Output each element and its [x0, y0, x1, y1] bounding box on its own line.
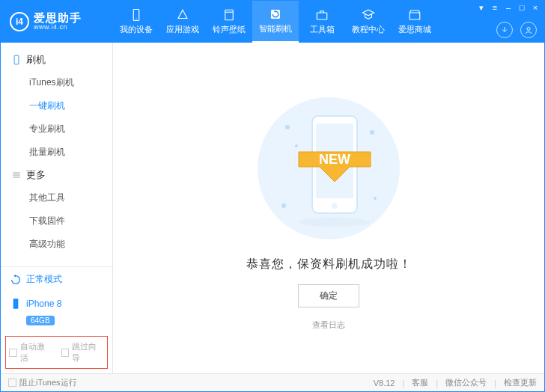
- brand: i4 爱思助手 www.i4.cn: [1, 12, 113, 31]
- footer-bar: 阻止iTunes运行 V8.12 | 客服 | 微信公众号 | 检查更新: [1, 373, 544, 391]
- menu-lines-icon: [11, 170, 22, 180]
- checkbox-label: 跳过向导: [72, 341, 104, 364]
- nav-my-device[interactable]: 我的设备: [113, 1, 159, 43]
- nav-flash[interactable]: 智能刷机: [252, 1, 299, 43]
- header-right-buttons: [496, 22, 537, 38]
- top-nav: 我的设备 应用游戏 铃声壁纸 智能刷机 工具箱 教程中心: [113, 1, 438, 43]
- brand-text: 爱思助手 www.i4.cn: [34, 12, 82, 31]
- svg-text:NEW: NEW: [319, 152, 350, 167]
- nav-apps[interactable]: 应用游戏: [159, 1, 206, 43]
- support-link[interactable]: 客服: [412, 377, 428, 388]
- sidebar-item-onekey-flash[interactable]: 一键刷机: [1, 94, 112, 117]
- separator: |: [436, 379, 438, 388]
- check-update-link[interactable]: 检查更新: [504, 377, 537, 388]
- download-button[interactable]: [496, 22, 513, 38]
- nav-label: 智能刷机: [259, 23, 292, 34]
- body-area: 刷机 iTunes刷机 一键刷机 专业刷机 批量刷机 更多 其他工具 下载固件 …: [1, 43, 544, 373]
- menu-icon[interactable]: ≡: [490, 3, 499, 12]
- sidebar-item-batch-flash[interactable]: 批量刷机: [1, 141, 112, 164]
- ringtone-icon: [222, 8, 236, 22]
- device-icon: [130, 8, 143, 22]
- sidebar-group-label: 更多: [26, 168, 46, 182]
- device-row[interactable]: iPhone 8 64GB: [1, 292, 112, 331]
- flash-icon: [269, 7, 282, 21]
- refresh-icon: [10, 274, 22, 286]
- user-button[interactable]: [520, 22, 537, 38]
- checkbox-skip-guide[interactable]: 跳过向导: [61, 341, 105, 364]
- brand-title: 爱思助手: [34, 12, 82, 25]
- sidebar-item-itunes-flash[interactable]: iTunes刷机: [1, 71, 112, 94]
- ok-button[interactable]: 确定: [298, 284, 359, 307]
- device-mode-row[interactable]: 正常模式: [1, 267, 112, 292]
- sidebar-item-download-fw[interactable]: 下载固件: [1, 209, 112, 233]
- device-mode-label: 正常模式: [26, 273, 62, 286]
- nav-label: 爱思商城: [398, 24, 431, 35]
- store-icon: [408, 8, 421, 22]
- brand-subtitle: www.i4.cn: [34, 24, 82, 31]
- nav-label: 应用游戏: [166, 24, 199, 35]
- checkbox-label: 自动激活: [20, 341, 52, 364]
- device-name: iPhone 8: [26, 298, 61, 309]
- version-label: V8.12: [374, 379, 395, 388]
- svg-point-10: [370, 130, 374, 135]
- svg-point-9: [285, 125, 290, 129]
- footer-left: 阻止iTunes运行: [8, 377, 77, 388]
- sidebar-group-more[interactable]: 更多: [1, 164, 112, 186]
- checkbox-box-icon: [9, 349, 17, 357]
- nav-toolbox[interactable]: 工具箱: [299, 1, 345, 43]
- svg-point-14: [332, 203, 338, 209]
- wechat-link[interactable]: 微信公众号: [445, 377, 487, 388]
- svg-rect-7: [13, 298, 19, 308]
- separator: |: [402, 379, 404, 388]
- success-illustration: NEW: [254, 94, 404, 243]
- brand-logo: i4: [10, 12, 29, 31]
- checkbox-block-itunes[interactable]: 阻止iTunes运行: [8, 377, 77, 388]
- shirt-icon[interactable]: ▾: [477, 3, 486, 12]
- svg-point-11: [281, 203, 286, 208]
- sidebar-item-pro-flash[interactable]: 专业刷机: [1, 117, 112, 141]
- nav-tutorial[interactable]: 教程中心: [345, 1, 392, 43]
- header-bar: i4 爱思助手 www.i4.cn 我的设备 应用游戏 铃声壁纸 智能刷机: [1, 1, 544, 43]
- minimize-icon[interactable]: –: [504, 3, 513, 12]
- nav-label: 铃声壁纸: [213, 24, 246, 35]
- sidebar-options-highlight: 自动激活 跳过向导: [5, 336, 108, 369]
- storage-badge: 64GB: [26, 316, 55, 325]
- close-icon[interactable]: ×: [531, 3, 540, 12]
- svg-point-5: [527, 28, 530, 31]
- sidebar-group-flash[interactable]: 刷机: [1, 49, 112, 71]
- separator: |: [494, 379, 496, 388]
- phone-filled-icon: [10, 298, 22, 310]
- sidebar-bottom: 正常模式 iPhone 8 64GB 自动激活: [1, 266, 112, 373]
- svg-point-16: [299, 218, 371, 227]
- apps-icon: [176, 8, 189, 22]
- svg-rect-2: [225, 10, 234, 20]
- footer-right: V8.12 | 客服 | 微信公众号 | 检查更新: [374, 377, 537, 388]
- main-content: NEW 恭喜您，保资料刷机成功啦！ 确定 查看日志: [113, 43, 544, 373]
- checkbox-label: 阻止iTunes运行: [19, 377, 77, 388]
- app-window: i4 爱思助手 www.i4.cn 我的设备 应用游戏 铃声壁纸 智能刷机: [0, 0, 545, 392]
- maximize-icon[interactable]: □: [517, 3, 526, 12]
- svg-rect-4: [317, 13, 327, 19]
- svg-point-1: [136, 19, 137, 20]
- success-message: 恭喜您，保资料刷机成功啦！: [246, 257, 412, 272]
- nav-label: 工具箱: [310, 24, 335, 35]
- checkbox-box-icon: [8, 379, 16, 387]
- view-log-link[interactable]: 查看日志: [312, 319, 345, 331]
- checkbox-box-icon: [61, 349, 70, 357]
- nav-label: 教程中心: [352, 24, 385, 35]
- sidebar-group-label: 刷机: [26, 53, 46, 67]
- sidebar-item-advanced[interactable]: 高级功能: [1, 233, 112, 256]
- nav-ringtones[interactable]: 铃声壁纸: [206, 1, 252, 43]
- sidebar: 刷机 iTunes刷机 一键刷机 专业刷机 批量刷机 更多 其他工具 下载固件 …: [1, 43, 113, 373]
- svg-rect-6: [14, 55, 19, 64]
- tutorial-icon: [362, 8, 375, 22]
- nav-store[interactable]: 爱思商城: [392, 1, 438, 43]
- phone-icon: [11, 55, 22, 65]
- toolbox-icon: [315, 8, 329, 22]
- nav-label: 我的设备: [120, 24, 153, 35]
- sidebar-scroll: 刷机 iTunes刷机 一键刷机 专业刷机 批量刷机 更多 其他工具 下载固件 …: [1, 43, 112, 266]
- checkbox-auto-activate[interactable]: 自动激活: [9, 341, 52, 364]
- sidebar-item-other-tools[interactable]: 其他工具: [1, 186, 112, 209]
- window-controls: ▾ ≡ – □ ×: [477, 3, 540, 12]
